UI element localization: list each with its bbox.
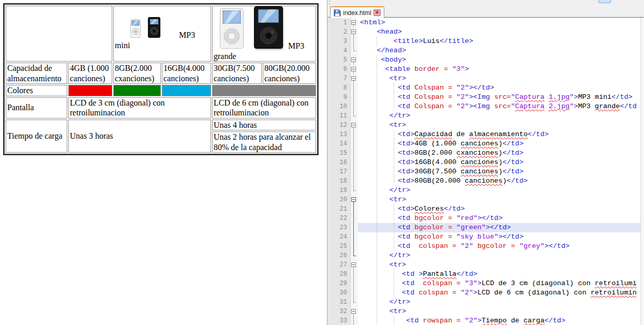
line-number[interactable]: 23 xyxy=(327,223,351,232)
indent-guide xyxy=(394,316,394,325)
code-line-7[interactable]: 7 <tr> xyxy=(327,74,640,83)
line-number[interactable]: 29 xyxy=(327,279,351,288)
code-line-8[interactable]: 8 <td Colspan = "2"></td> xyxy=(327,83,640,93)
capacity-cell: 16GB(4.000 canciones) xyxy=(162,63,211,84)
fold-collapse-icon[interactable] xyxy=(351,260,358,270)
fold-margin xyxy=(351,242,358,251)
code-text: <td bgcolor = "red"></td> xyxy=(358,214,640,223)
fold-margin xyxy=(351,232,358,242)
indent-guide xyxy=(394,176,394,186)
code-line-18[interactable]: 18 <td>80GB(20.000 canciones)</td> xyxy=(327,176,640,186)
line-number[interactable]: 17 xyxy=(327,167,351,176)
code-line-29[interactable]: 29 <td colspan = "3">LCD de 3 cm (diagon… xyxy=(327,279,640,288)
fold-collapse-icon[interactable] xyxy=(351,65,358,74)
code-line-9[interactable]: 9 <td Colspan = "2"><Img src="Captura 1.… xyxy=(327,93,640,102)
line-number[interactable]: 24 xyxy=(327,232,351,242)
line-number[interactable]: 15 xyxy=(327,149,351,158)
code-line-19[interactable]: 19 </tr> xyxy=(327,186,640,195)
code-line-3[interactable]: 3 <title>Luis</title> xyxy=(327,37,640,46)
indent-guide xyxy=(394,232,394,242)
line-number[interactable]: 27 xyxy=(327,260,351,270)
code-line-4[interactable]: 4 </head> xyxy=(327,46,640,55)
line-number[interactable]: 33 xyxy=(327,316,351,325)
code-line-22[interactable]: 22 <td bgcolor = "red"></td> xyxy=(327,214,640,223)
line-number[interactable]: 3 xyxy=(327,37,351,46)
line-number[interactable]: 28 xyxy=(327,270,351,279)
fold-margin xyxy=(351,139,358,149)
code-line-15[interactable]: 15 <td>8GB(2.000 cxanciones)</td> xyxy=(327,149,640,158)
indent-guide xyxy=(394,149,394,158)
fold-margin xyxy=(351,204,358,214)
code-line-20[interactable]: 20 <tr> xyxy=(327,195,640,204)
line-number[interactable]: 22 xyxy=(327,214,351,223)
code-line-33[interactable]: 33 <td rowspan = "2">Tiempo de carga</td… xyxy=(327,316,640,325)
tab-index-html[interactable]: index.html ✕ xyxy=(330,6,384,18)
line-number[interactable]: 32 xyxy=(327,307,351,316)
fold-collapse-icon[interactable] xyxy=(351,121,358,130)
indent-guide xyxy=(377,204,377,214)
indent-guide xyxy=(394,93,394,102)
editor-view[interactable]: 1<html>2 <head>3 <title>Luis</title>4 </… xyxy=(327,17,644,325)
line-number[interactable]: 9 xyxy=(327,93,351,102)
fold-collapse-icon[interactable] xyxy=(351,307,358,316)
code-line-17[interactable]: 17 <td>30GB(7.500 canciones)</td> xyxy=(327,167,640,176)
code-line-1[interactable]: 1<html> xyxy=(327,18,640,27)
code-line-26[interactable]: 26 </tr> xyxy=(327,251,640,260)
code-text: <tr> xyxy=(358,195,640,204)
fold-collapse-icon[interactable] xyxy=(351,55,358,65)
code-line-2[interactable]: 2 <head> xyxy=(327,27,640,37)
line-number[interactable]: 31 xyxy=(327,298,351,307)
code-line-11[interactable]: 11 </tr> xyxy=(327,111,640,121)
line-number[interactable]: 30 xyxy=(327,288,351,298)
line-number[interactable]: 1 xyxy=(327,18,351,27)
editor-vertical-scrollbar[interactable] xyxy=(640,18,644,325)
code-line-16[interactable]: 16 <td>16GB(4.000 canciones)</td> xyxy=(327,158,640,167)
toolbar-button-fragment[interactable] xyxy=(598,0,611,3)
code-line-24[interactable]: 24 <td bgcolor = "sky blue"></td> xyxy=(327,232,640,242)
fold-collapse-icon[interactable] xyxy=(351,18,358,27)
code-line-23[interactable]: 23 <td bgcolor = "green"></td> xyxy=(327,223,640,232)
line-number[interactable]: 11 xyxy=(327,111,351,121)
code-line-14[interactable]: 14 <td>4GB (1.000 canciones)</td> xyxy=(327,139,640,149)
line-number[interactable]: 2 xyxy=(327,27,351,37)
fold-collapse-icon[interactable] xyxy=(351,27,358,37)
code-line-21[interactable]: 21 <td>Colores</td> xyxy=(327,204,640,214)
capacity-label-cell: Capacidad de almacenamiento xyxy=(6,63,67,84)
ipod-small-black-image xyxy=(148,17,160,38)
fold-margin xyxy=(351,111,358,121)
code-line-27[interactable]: 27 <tr> xyxy=(327,260,640,270)
line-number[interactable]: 19 xyxy=(327,186,351,195)
line-number[interactable]: 14 xyxy=(327,139,351,149)
line-number[interactable]: 20 xyxy=(327,195,351,204)
line-number[interactable]: 21 xyxy=(327,204,351,214)
fold-collapse-icon[interactable] xyxy=(351,74,358,83)
line-number[interactable]: 4 xyxy=(327,46,351,55)
line-number[interactable]: 12 xyxy=(327,121,351,130)
line-number[interactable]: 25 xyxy=(327,242,351,251)
code-line-10[interactable]: 10 <td Colspan = "2"><Img src="Captura 2… xyxy=(327,102,640,111)
code-line-5[interactable]: 5 <body> xyxy=(327,55,640,65)
code-line-25[interactable]: 25 <td colspan = "2" bgcolor = "grey"></… xyxy=(327,242,640,251)
tab-close-icon[interactable]: ✕ xyxy=(373,9,381,16)
line-number[interactable]: 18 xyxy=(327,176,351,186)
code-line-31[interactable]: 31 </tr> xyxy=(327,298,640,307)
indent-guide xyxy=(377,270,377,279)
line-number[interactable]: 7 xyxy=(327,74,351,83)
code-line-6[interactable]: 6 <table border = "3"> xyxy=(327,65,640,74)
line-number[interactable]: 5 xyxy=(327,55,351,65)
code-line-30[interactable]: 30 <td colspan = "2">LCD de 6 cm (diagon… xyxy=(327,288,640,298)
code-line-28[interactable]: 28 <td >Pantalla</td> xyxy=(327,270,640,279)
line-number[interactable]: 16 xyxy=(327,158,351,167)
line-number[interactable]: 6 xyxy=(327,65,351,74)
code-line-12[interactable]: 12 <tr> xyxy=(327,121,640,130)
fold-collapse-icon[interactable] xyxy=(351,195,358,204)
line-number[interactable]: 26 xyxy=(327,251,351,260)
line-number[interactable]: 10 xyxy=(327,102,351,111)
drag-grip-icon[interactable] xyxy=(329,1,330,4)
code-line-32[interactable]: 32 <tr> xyxy=(327,307,640,316)
indent-guide xyxy=(377,139,377,149)
line-number[interactable]: 13 xyxy=(327,130,351,139)
code-line-13[interactable]: 13 <td>Capacidad de almacenamiento</td> xyxy=(327,130,640,139)
indent-guide xyxy=(377,167,377,176)
line-number[interactable]: 8 xyxy=(327,83,351,93)
